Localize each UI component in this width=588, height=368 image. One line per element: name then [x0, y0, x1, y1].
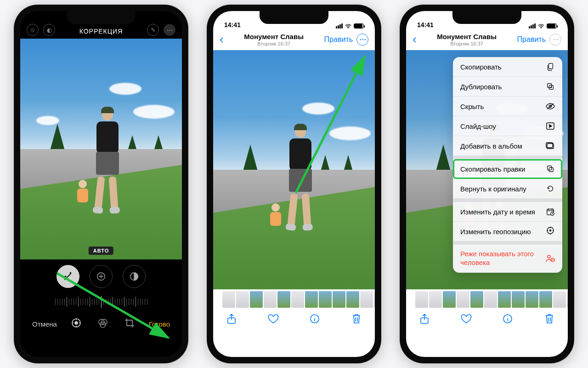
cellular-icon	[529, 23, 536, 29]
wifi-icon	[345, 24, 351, 29]
live-off-icon[interactable]: ⦸	[27, 24, 39, 36]
editor-title: КОРРЕКЦИЯ	[79, 28, 123, 35]
battery-icon	[354, 23, 364, 29]
phone-context-menu-screen: 14:41 ‹ Монумент Славы Вторник 16:37 Пра…	[400, 5, 574, 363]
photo-subject-baby	[75, 180, 90, 203]
photo-view[interactable]	[213, 50, 375, 289]
svg-point-28	[548, 255, 550, 258]
done-button[interactable]: Готово	[149, 320, 170, 328]
copy-icon	[546, 62, 555, 71]
nav-title: Монумент Славы	[417, 33, 517, 40]
menu-copy[interactable]: Скопировать	[453, 57, 562, 77]
nav-subtitle: Вторник 16:37	[224, 41, 324, 46]
location-icon	[546, 227, 555, 236]
status-time: 14:41	[417, 21, 434, 29]
revert-icon	[546, 184, 555, 193]
more-menu-button[interactable]: ⋯	[356, 34, 368, 46]
svg-rect-15	[548, 63, 553, 69]
svg-point-12	[541, 27, 542, 28]
info-icon[interactable]	[309, 313, 320, 324]
exposure-dial-icon[interactable]	[90, 265, 113, 288]
album-icon	[546, 141, 555, 150]
notch	[452, 11, 521, 24]
context-menu: Скопировать Дублировать Скрыть Слайд-шоу…	[453, 57, 562, 273]
favorite-icon[interactable]	[268, 313, 279, 324]
share-icon[interactable]	[226, 313, 237, 324]
nav-bar: ‹ Монумент Славы Вторник 16:37 Править ⋯	[406, 29, 568, 50]
auto-wand-icon[interactable]	[57, 265, 79, 288]
status-time: 14:41	[224, 21, 241, 29]
trash-icon[interactable]	[351, 313, 362, 324]
brightness-dial-icon[interactable]	[123, 265, 146, 288]
hide-icon	[546, 102, 555, 111]
menu-hide[interactable]: Скрыть	[453, 97, 562, 116]
motion-icon[interactable]: ◐	[43, 24, 55, 36]
bottom-toolbar	[213, 310, 375, 324]
cellular-icon	[336, 23, 343, 29]
favorite-icon[interactable]	[461, 313, 472, 324]
copy-edits-icon	[546, 164, 555, 173]
photo-subject-man	[91, 109, 124, 211]
menu-add-album[interactable]: Добавить в альбом	[453, 136, 562, 156]
back-button[interactable]: ‹	[413, 32, 417, 46]
adjust-tab-icon[interactable]	[71, 317, 82, 330]
battery-icon	[547, 23, 557, 29]
svg-point-27	[550, 230, 551, 231]
markup-icon[interactable]: ✎	[147, 24, 159, 36]
menu-duplicate[interactable]: Дублировать	[453, 77, 562, 97]
menu-change-geo[interactable]: Изменить геопозицию	[453, 222, 562, 242]
adjustment-slider[interactable]	[20, 293, 182, 310]
nav-title: Монумент Славы	[224, 33, 324, 40]
notch	[260, 11, 328, 24]
edit-button[interactable]: Править	[517, 35, 546, 44]
notch	[67, 11, 136, 24]
photo-canvas[interactable]: АВТО	[20, 39, 182, 259]
slideshow-icon	[546, 121, 555, 131]
duplicate-icon	[546, 82, 555, 91]
menu-revert[interactable]: Вернуть к оригиналу	[453, 179, 562, 199]
svg-point-3	[75, 322, 78, 324]
person-less-icon	[546, 254, 555, 263]
menu-feature-less[interactable]: Реже показывать этого человека	[453, 245, 562, 273]
nav-bar: ‹ Монумент Славы Вторник 16:37 Править ⋯	[213, 29, 375, 50]
filters-tab-icon[interactable]	[97, 317, 108, 330]
more-icon[interactable]: ⋯	[164, 24, 175, 36]
calendar-icon	[546, 207, 555, 216]
crop-tab-icon[interactable]	[124, 317, 135, 330]
thumbnail-strip[interactable]	[406, 289, 568, 310]
menu-slideshow[interactable]: Слайд-шоу	[453, 116, 562, 136]
more-menu-button[interactable]: ⋯	[549, 34, 561, 46]
phone-detail-screen: 14:41 ‹ Монумент Славы Вторник 16:37 Пра…	[207, 5, 381, 363]
phone-edit-screen: ⦸ ◐ КОРРЕКЦИЯ ✎ ⋯	[14, 5, 188, 363]
svg-point-8	[348, 27, 349, 28]
menu-copy-edits[interactable]: Скопировать правки	[453, 159, 562, 179]
bottom-toolbar	[406, 310, 568, 324]
info-icon[interactable]	[502, 313, 513, 324]
adjustment-dials	[20, 265, 182, 288]
trash-icon[interactable]	[544, 313, 555, 324]
auto-badge: АВТО	[89, 247, 113, 255]
back-button[interactable]: ‹	[220, 32, 224, 46]
cancel-button[interactable]: Отмена	[32, 320, 57, 328]
nav-subtitle: Вторник 16:37	[417, 41, 517, 46]
share-icon[interactable]	[419, 313, 430, 324]
menu-change-date[interactable]: Изменить дату и время	[453, 202, 562, 222]
wifi-icon	[538, 24, 544, 29]
thumbnail-strip[interactable]	[213, 289, 375, 310]
edit-button[interactable]: Править	[324, 35, 353, 44]
